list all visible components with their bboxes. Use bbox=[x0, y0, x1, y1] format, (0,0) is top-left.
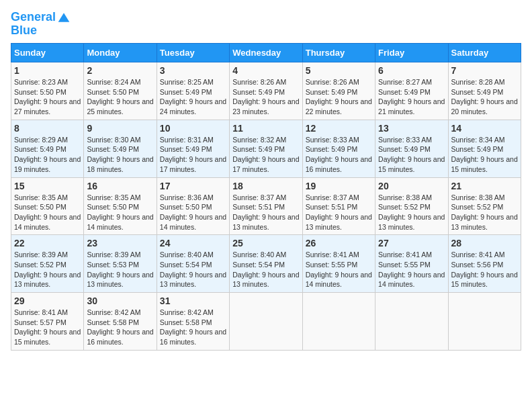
day-number: 27 bbox=[378, 238, 445, 248]
day-info: Sunrise: 8:29 AM Sunset: 5:49 PM Dayligh… bbox=[14, 135, 81, 175]
calendar-cell bbox=[230, 293, 302, 351]
day-info: Sunrise: 8:41 AM Sunset: 5:57 PM Dayligh… bbox=[14, 308, 81, 347]
day-number: 13 bbox=[378, 123, 445, 134]
day-number: 2 bbox=[87, 65, 153, 76]
svg-marker-0 bbox=[58, 13, 70, 22]
day-number: 23 bbox=[87, 238, 153, 248]
weekday-header: Monday bbox=[84, 44, 157, 62]
day-info: Sunrise: 8:23 AM Sunset: 5:50 PM Dayligh… bbox=[14, 77, 81, 117]
day-info: Sunrise: 8:38 AM Sunset: 5:52 PM Dayligh… bbox=[378, 193, 445, 232]
calendar-cell: 26 Sunrise: 8:41 AM Sunset: 5:55 PM Dayl… bbox=[302, 235, 375, 293]
day-info: Sunrise: 8:34 AM Sunset: 5:49 PM Dayligh… bbox=[451, 135, 518, 175]
calendar-cell: 24 Sunrise: 8:40 AM Sunset: 5:54 PM Dayl… bbox=[157, 235, 229, 293]
page-header: General Blue bbox=[11, 11, 521, 38]
day-info: Sunrise: 8:41 AM Sunset: 5:55 PM Dayligh… bbox=[306, 250, 372, 289]
calendar-cell: 11 Sunrise: 8:32 AM Sunset: 5:49 PM Dayl… bbox=[230, 120, 302, 177]
day-number: 21 bbox=[451, 181, 518, 191]
weekday-header: Tuesday bbox=[157, 44, 229, 62]
day-number: 14 bbox=[451, 123, 518, 134]
day-info: Sunrise: 8:42 AM Sunset: 5:58 PM Dayligh… bbox=[87, 308, 153, 347]
calendar-cell: 7 Sunrise: 8:28 AM Sunset: 5:49 PM Dayli… bbox=[448, 62, 521, 120]
day-info: Sunrise: 8:33 AM Sunset: 5:49 PM Dayligh… bbox=[378, 135, 445, 175]
day-info: Sunrise: 8:37 AM Sunset: 5:51 PM Dayligh… bbox=[306, 193, 372, 232]
calendar-cell: 13 Sunrise: 8:33 AM Sunset: 5:49 PM Dayl… bbox=[375, 120, 448, 177]
calendar-week-row: 8 Sunrise: 8:29 AM Sunset: 5:49 PM Dayli… bbox=[11, 120, 521, 177]
calendar-cell: 16 Sunrise: 8:35 AM Sunset: 5:50 PM Dayl… bbox=[84, 177, 157, 235]
calendar-week-row: 1 Sunrise: 8:23 AM Sunset: 5:50 PM Dayli… bbox=[11, 62, 521, 120]
calendar-cell: 22 Sunrise: 8:39 AM Sunset: 5:52 PM Dayl… bbox=[11, 235, 84, 293]
calendar-cell: 23 Sunrise: 8:39 AM Sunset: 5:53 PM Dayl… bbox=[84, 235, 157, 293]
calendar-week-row: 29 Sunrise: 8:41 AM Sunset: 5:57 PM Dayl… bbox=[11, 293, 521, 351]
day-info: Sunrise: 8:39 AM Sunset: 5:52 PM Dayligh… bbox=[14, 250, 81, 289]
calendar-cell: 4 Sunrise: 8:26 AM Sunset: 5:49 PM Dayli… bbox=[230, 62, 302, 120]
calendar-cell: 15 Sunrise: 8:35 AM Sunset: 5:50 PM Dayl… bbox=[11, 177, 84, 235]
calendar-cell: 18 Sunrise: 8:37 AM Sunset: 5:51 PM Dayl… bbox=[230, 177, 302, 235]
calendar-cell: 21 Sunrise: 8:38 AM Sunset: 5:52 PM Dayl… bbox=[448, 177, 521, 235]
calendar-cell bbox=[448, 293, 521, 351]
day-info: Sunrise: 8:40 AM Sunset: 5:54 PM Dayligh… bbox=[160, 250, 226, 289]
weekday-header: Friday bbox=[375, 44, 448, 62]
day-info: Sunrise: 8:41 AM Sunset: 5:56 PM Dayligh… bbox=[451, 250, 518, 289]
day-info: Sunrise: 8:38 AM Sunset: 5:52 PM Dayligh… bbox=[451, 193, 518, 232]
calendar-cell: 2 Sunrise: 8:24 AM Sunset: 5:50 PM Dayli… bbox=[84, 62, 157, 120]
calendar-header: SundayMondayTuesdayWednesdayThursdayFrid… bbox=[11, 44, 521, 62]
calendar-cell bbox=[302, 293, 375, 351]
calendar-cell: 31 Sunrise: 8:42 AM Sunset: 5:58 PM Dayl… bbox=[157, 293, 229, 351]
day-info: Sunrise: 8:42 AM Sunset: 5:58 PM Dayligh… bbox=[160, 308, 226, 347]
calendar-cell: 9 Sunrise: 8:30 AM Sunset: 5:49 PM Dayli… bbox=[84, 120, 157, 177]
weekday-header: Thursday bbox=[302, 44, 375, 62]
day-number: 25 bbox=[232, 238, 299, 248]
day-number: 17 bbox=[160, 181, 226, 191]
calendar-cell: 12 Sunrise: 8:33 AM Sunset: 5:49 PM Dayl… bbox=[302, 120, 375, 177]
weekday-header: Saturday bbox=[448, 44, 521, 62]
calendar-table: SundayMondayTuesdayWednesdayThursdayFrid… bbox=[11, 43, 521, 351]
calendar-cell: 29 Sunrise: 8:41 AM Sunset: 5:57 PM Dayl… bbox=[11, 293, 84, 351]
day-info: Sunrise: 8:35 AM Sunset: 5:50 PM Dayligh… bbox=[87, 193, 153, 232]
day-number: 26 bbox=[306, 238, 372, 248]
calendar-cell: 25 Sunrise: 8:40 AM Sunset: 5:54 PM Dayl… bbox=[230, 235, 302, 293]
day-number: 24 bbox=[160, 238, 226, 248]
calendar-cell: 5 Sunrise: 8:26 AM Sunset: 5:49 PM Dayli… bbox=[302, 62, 375, 120]
calendar-cell: 27 Sunrise: 8:41 AM Sunset: 5:55 PM Dayl… bbox=[375, 235, 448, 293]
day-number: 4 bbox=[232, 65, 299, 76]
calendar-cell: 30 Sunrise: 8:42 AM Sunset: 5:58 PM Dayl… bbox=[84, 293, 157, 351]
day-info: Sunrise: 8:41 AM Sunset: 5:55 PM Dayligh… bbox=[378, 250, 445, 289]
day-number: 7 bbox=[451, 65, 518, 76]
day-number: 6 bbox=[378, 65, 445, 76]
day-number: 30 bbox=[87, 295, 153, 306]
day-number: 31 bbox=[160, 295, 226, 306]
day-info: Sunrise: 8:40 AM Sunset: 5:54 PM Dayligh… bbox=[232, 250, 299, 289]
day-number: 16 bbox=[87, 181, 153, 191]
calendar-cell: 3 Sunrise: 8:25 AM Sunset: 5:49 PM Dayli… bbox=[157, 62, 229, 120]
day-number: 1 bbox=[14, 65, 81, 76]
day-info: Sunrise: 8:35 AM Sunset: 5:50 PM Dayligh… bbox=[14, 193, 81, 232]
calendar-cell: 19 Sunrise: 8:37 AM Sunset: 5:51 PM Dayl… bbox=[302, 177, 375, 235]
day-info: Sunrise: 8:39 AM Sunset: 5:53 PM Dayligh… bbox=[87, 250, 153, 289]
day-number: 8 bbox=[14, 123, 81, 134]
day-info: Sunrise: 8:30 AM Sunset: 5:49 PM Dayligh… bbox=[87, 135, 153, 175]
calendar-week-row: 22 Sunrise: 8:39 AM Sunset: 5:52 PM Dayl… bbox=[11, 235, 521, 293]
day-number: 18 bbox=[232, 181, 299, 191]
day-number: 28 bbox=[451, 238, 518, 248]
day-number: 3 bbox=[160, 65, 226, 76]
day-info: Sunrise: 8:28 AM Sunset: 5:49 PM Dayligh… bbox=[451, 77, 518, 117]
day-number: 15 bbox=[14, 181, 81, 191]
calendar-cell: 17 Sunrise: 8:36 AM Sunset: 5:50 PM Dayl… bbox=[157, 177, 229, 235]
day-info: Sunrise: 8:33 AM Sunset: 5:49 PM Dayligh… bbox=[306, 135, 372, 175]
calendar-cell: 14 Sunrise: 8:34 AM Sunset: 5:49 PM Dayl… bbox=[448, 120, 521, 177]
logo-text: General Blue bbox=[11, 11, 71, 38]
day-number: 5 bbox=[306, 65, 372, 76]
calendar-cell: 8 Sunrise: 8:29 AM Sunset: 5:49 PM Dayli… bbox=[11, 120, 84, 177]
day-number: 29 bbox=[14, 295, 81, 306]
logo: General Blue bbox=[11, 11, 71, 38]
calendar-cell bbox=[375, 293, 448, 351]
day-info: Sunrise: 8:32 AM Sunset: 5:49 PM Dayligh… bbox=[232, 135, 299, 175]
day-info: Sunrise: 8:25 AM Sunset: 5:49 PM Dayligh… bbox=[160, 77, 226, 117]
day-number: 9 bbox=[87, 123, 153, 134]
day-number: 22 bbox=[14, 238, 81, 248]
weekday-header: Wednesday bbox=[230, 44, 302, 62]
day-number: 10 bbox=[160, 123, 226, 134]
day-info: Sunrise: 8:36 AM Sunset: 5:50 PM Dayligh… bbox=[160, 193, 226, 232]
calendar-cell: 1 Sunrise: 8:23 AM Sunset: 5:50 PM Dayli… bbox=[11, 62, 84, 120]
weekday-header: Sunday bbox=[11, 44, 84, 62]
